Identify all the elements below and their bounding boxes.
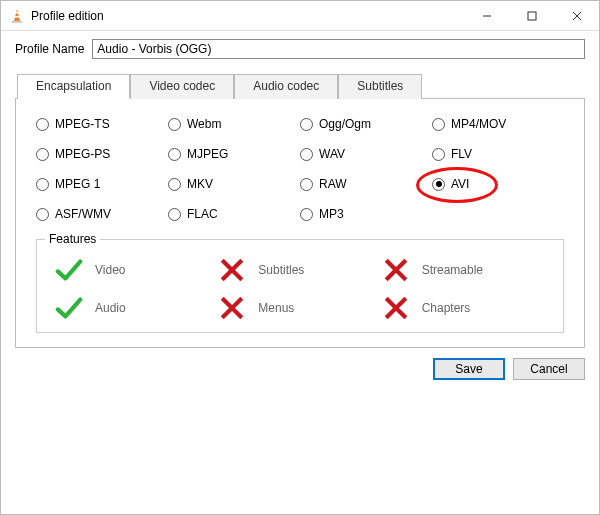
feature-item: Audio — [55, 294, 218, 322]
close-button[interactable] — [554, 1, 599, 30]
radio-icon — [432, 148, 445, 161]
radio-icon — [300, 118, 313, 131]
encapsulation-option-label: AVI — [451, 177, 469, 191]
cross-icon — [218, 294, 246, 322]
feature-label: Menus — [258, 301, 294, 315]
cancel-button[interactable]: Cancel — [513, 358, 585, 380]
profile-name-label: Profile Name — [15, 42, 84, 56]
radio-icon — [432, 118, 445, 131]
save-button[interactable]: Save — [433, 358, 505, 380]
encapsulation-option[interactable]: MJPEG — [168, 147, 300, 161]
encapsulation-option-label: MPEG 1 — [55, 177, 100, 191]
radio-icon — [168, 118, 181, 131]
encapsulation-option-label: Webm — [187, 117, 221, 131]
feature-item: Subtitles — [218, 256, 381, 284]
maximize-button[interactable] — [509, 1, 554, 30]
check-icon — [55, 256, 83, 284]
radio-icon — [300, 178, 313, 191]
encapsulation-option-label: MPEG-TS — [55, 117, 110, 131]
encapsulation-option-label: MKV — [187, 177, 213, 191]
radio-icon — [36, 178, 49, 191]
cross-icon — [382, 294, 410, 322]
window-title: Profile edition — [31, 9, 104, 23]
radio-icon — [36, 208, 49, 221]
cross-icon — [382, 256, 410, 284]
svg-rect-2 — [15, 12, 19, 14]
cross-icon — [218, 256, 246, 284]
radio-icon — [300, 148, 313, 161]
encapsulation-option-label: MP3 — [319, 207, 344, 221]
encapsulation-option-label: MJPEG — [187, 147, 228, 161]
feature-item: Video — [55, 256, 218, 284]
encapsulation-option-label: FLAC — [187, 207, 218, 221]
radio-icon — [36, 118, 49, 131]
tabstrip: Encapsulation Video codec Audio codec Su… — [15, 73, 585, 99]
encapsulation-option[interactable]: MPEG-PS — [36, 147, 168, 161]
feature-label: Audio — [95, 301, 126, 315]
encapsulation-option-label: Ogg/Ogm — [319, 117, 371, 131]
dialog-buttons: Save Cancel — [1, 348, 599, 390]
tab-encapsulation[interactable]: Encapsulation — [17, 74, 130, 99]
encapsulation-panel: MPEG-TSWebmOgg/OgmMP4/MOVMPEG-PSMJPEGWAV… — [15, 99, 585, 348]
minimize-button[interactable] — [464, 1, 509, 30]
feature-label: Streamable — [422, 263, 483, 277]
encapsulation-option-label: WAV — [319, 147, 345, 161]
radio-icon — [168, 208, 181, 221]
feature-item: Streamable — [382, 256, 545, 284]
tab-subtitles[interactable]: Subtitles — [338, 74, 422, 99]
encapsulation-option[interactable]: ASF/WMV — [36, 207, 168, 221]
radio-icon — [432, 178, 445, 191]
encapsulation-option-label: ASF/WMV — [55, 207, 111, 221]
encapsulation-option[interactable]: WAV — [300, 147, 432, 161]
feature-label: Subtitles — [258, 263, 304, 277]
encapsulation-option-label: MP4/MOV — [451, 117, 506, 131]
tab-audio-codec[interactable]: Audio codec — [234, 74, 338, 99]
titlebar: Profile edition — [1, 1, 599, 31]
check-icon — [55, 294, 83, 322]
encapsulation-option[interactable]: FLAC — [168, 207, 300, 221]
profile-name-row: Profile Name — [15, 39, 585, 59]
encapsulation-option[interactable]: MPEG 1 — [36, 177, 168, 191]
feature-item: Chapters — [382, 294, 545, 322]
tab-video-codec[interactable]: Video codec — [130, 74, 234, 99]
encapsulation-option-label: RAW — [319, 177, 347, 191]
feature-label: Video — [95, 263, 125, 277]
encapsulation-option[interactable]: MP3 — [300, 207, 432, 221]
encapsulation-option[interactable]: Webm — [168, 117, 300, 131]
vlc-cone-icon — [9, 8, 25, 24]
encapsulation-option-label: MPEG-PS — [55, 147, 110, 161]
radio-icon — [168, 148, 181, 161]
encapsulation-option[interactable]: MP4/MOV — [432, 117, 564, 131]
features-title: Features — [45, 232, 100, 246]
features-group: Features VideoSubtitlesStreamableAudioMe… — [36, 239, 564, 333]
feature-item: Menus — [218, 294, 381, 322]
encapsulation-option[interactable]: FLV — [432, 147, 564, 161]
window-controls — [464, 1, 599, 30]
feature-label: Chapters — [422, 301, 471, 315]
encapsulation-option[interactable]: MKV — [168, 177, 300, 191]
profile-name-input[interactable] — [92, 39, 585, 59]
radio-icon — [168, 178, 181, 191]
encapsulation-option[interactable]: MPEG-TS — [36, 117, 168, 131]
svg-marker-0 — [14, 9, 20, 21]
svg-rect-5 — [528, 12, 536, 20]
svg-rect-3 — [15, 16, 20, 18]
encapsulation-option[interactable]: AVI — [432, 177, 564, 191]
encapsulation-option[interactable]: Ogg/Ogm — [300, 117, 432, 131]
encapsulation-option-label: FLV — [451, 147, 472, 161]
svg-rect-1 — [12, 21, 22, 23]
radio-icon — [300, 208, 313, 221]
radio-icon — [36, 148, 49, 161]
encapsulation-option[interactable]: RAW — [300, 177, 432, 191]
